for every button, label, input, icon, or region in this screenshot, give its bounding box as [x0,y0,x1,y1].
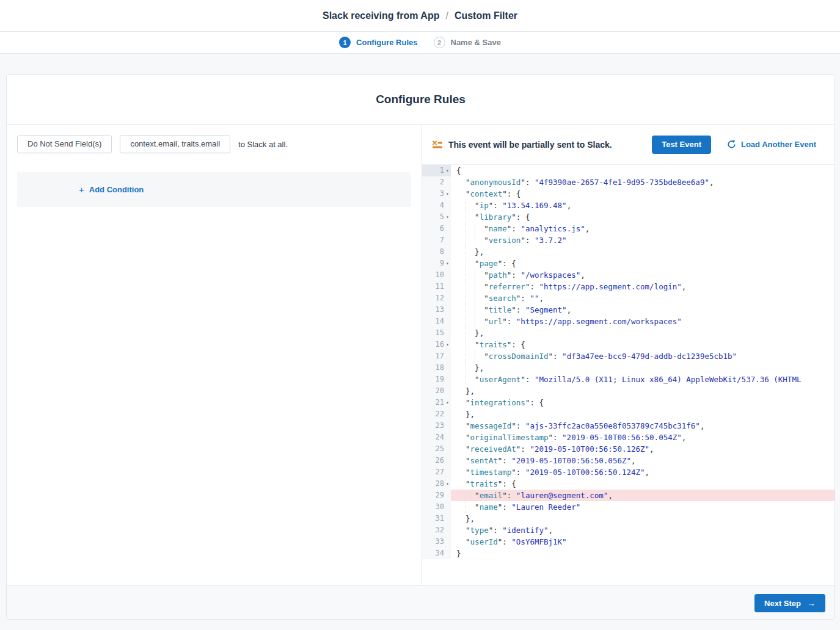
rule-fields-button[interactable]: context.email, traits.email [120,135,230,153]
code-line: "title": "Segment", [451,304,835,316]
code-line: "email": "lauren@segment.com", [451,490,835,501]
indent-guide [466,211,466,223]
indent-guide [466,374,466,385]
code-line: }, [451,362,835,374]
editor-line[interactable]: 33 "userId": "OsY6MFBj1K" [422,536,835,548]
editor-line[interactable]: 19 "userAgent": "Mozilla/5.0 (X11; Linux… [422,374,835,385]
editor-line[interactable]: 32 "type": "identify", [422,524,835,536]
title-bar: Slack receiving from App / Custom Filter [0,0,840,32]
next-step-button[interactable]: Next Step → [754,594,825,612]
indent-guide [475,304,475,316]
page-title: Configure Rules [376,93,466,106]
editor-line[interactable]: 1▾{ [422,165,835,176]
breadcrumb-separator: / [445,10,448,21]
indent-guide [466,490,466,501]
line-number-gutter: 3▾ [422,188,451,200]
step-2-label: Name & Save [451,38,501,47]
line-number: 7 [440,234,444,246]
add-condition-button[interactable]: + Add Condition [79,185,144,194]
indent-guide [466,327,466,339]
indent-guide [466,223,466,234]
code-line: "receivedAt": "2019-05-10T00:56:50.126Z"… [451,443,835,455]
fold-toggle-icon[interactable]: ▾ [444,397,451,408]
line-number-gutter: 31 [422,513,451,524]
editor-line[interactable]: 14 "url": "https://app.segment.com/works… [422,316,835,327]
indent-guide [475,269,475,281]
line-number-gutter: 28▾ [422,478,451,490]
step-1-label: Configure Rules [356,38,417,47]
editor-line[interactable]: 24 "originalTimestamp": "2019-05-10T00:5… [422,432,835,443]
load-another-event-button[interactable]: Load Another Event [727,140,816,149]
editor-line[interactable]: 8 }, [422,246,835,258]
line-number-gutter: 18 [422,362,451,374]
fold-toggle-icon[interactable]: ▾ [444,188,451,200]
code-line: "crossDomainId": "df3a47ee-bcc9-479d-add… [451,350,835,362]
editor-line[interactable]: 9▾ "page": { [422,258,835,269]
editor-line[interactable]: 13 "title": "Segment", [422,304,835,316]
editor-line[interactable]: 16▾ "traits": { [422,339,835,350]
editor-line[interactable]: 6 "name": "analytics.js", [422,223,835,234]
fold-toggle-icon[interactable]: ▾ [444,165,451,176]
editor-line[interactable]: 21▾ "integrations": { [422,397,835,408]
editor-line[interactable]: 4 "ip": "13.54.169.48", [422,200,835,211]
fold-toggle-icon[interactable]: ▾ [444,258,451,269]
editor-line[interactable]: 20 }, [422,385,835,397]
line-number: 28 [436,478,444,490]
breadcrumb-current: Custom Filter [455,10,517,21]
fold-toggle-icon[interactable]: ▾ [444,478,451,490]
editor-line[interactable]: 30 "name": "Lauren Reeder" [422,501,835,513]
editor-line[interactable]: 26 "sentAt": "2019-05-10T00:56:50.056Z", [422,455,835,466]
line-number-gutter: 8 [422,246,451,258]
indent-guide [475,223,475,234]
line-number: 27 [436,466,444,478]
line-number: 16 [436,339,444,350]
line-number: 18 [436,362,444,374]
line-number: 30 [436,501,444,513]
step-name-and-save[interactable]: 2 Name & Save [434,37,501,48]
code-line: "library": { [451,211,835,223]
editor-line[interactable]: 28▾ "traits": { [422,478,835,490]
indent-guide [466,339,466,350]
test-event-button[interactable]: Test Event [652,136,711,154]
code-line: "sentAt": "2019-05-10T00:56:50.056Z", [451,455,835,466]
editor-line[interactable]: 3▾ "context": { [422,188,835,200]
line-number: 4 [440,200,444,211]
editor-line[interactable]: 18 }, [422,362,835,374]
json-editor[interactable]: 1▾{2 "anonymousId": "4f9390ae-2657-4fe1-… [422,164,835,585]
code-line: "ip": "13.54.169.48", [451,200,835,211]
editor-line[interactable]: 22 }, [422,408,835,420]
editor-line[interactable]: 17 "crossDomainId": "df3a47ee-bcc9-479d-… [422,350,835,362]
indent-guide [466,200,466,211]
fold-toggle-icon[interactable]: ▾ [444,211,451,223]
indent-guide [466,246,466,258]
editor-line[interactable]: 7 "version": "3.7.2" [422,234,835,246]
line-number-gutter: 13 [422,304,451,316]
editor-line[interactable]: 15 }, [422,327,835,339]
editor-line[interactable]: 11 "referrer": "https://app.segment.com/… [422,281,835,292]
editor-line[interactable]: 10 "path": "/workspaces", [422,269,835,281]
code-line: "url": "https://app.segment.com/workspac… [451,316,835,327]
code-line: }, [451,246,835,258]
indent-guide [475,281,475,292]
editor-line[interactable]: 5▾ "library": { [422,211,835,223]
editor-line[interactable]: 25 "receivedAt": "2019-05-10T00:56:50.12… [422,443,835,455]
editor-line[interactable]: 34} [422,548,835,559]
card-body: Do Not Send Field(s) context.email, trai… [7,125,835,585]
add-condition-label: Add Condition [89,185,144,194]
rule-action-dropdown[interactable]: Do Not Send Field(s) [17,135,112,153]
fold-toggle-icon[interactable]: ▾ [444,339,451,350]
editor-line[interactable]: 23 "messageId": "ajs-33ffc2ac0a550e8f053… [422,420,835,432]
step-1-badge: 1 [339,37,351,48]
breadcrumb-source[interactable]: Slack receiving from App [323,10,439,21]
editor-line[interactable]: 2 "anonymousId": "4f9390ae-2657-4fe1-9d9… [422,176,835,188]
editor-line[interactable]: 12 "search": "", [422,292,835,304]
editor-line[interactable]: 31 }, [422,513,835,524]
editor-line[interactable]: 27 "timestamp": "2019-05-10T00:56:50.124… [422,466,835,478]
step-configure-rules[interactable]: 1 Configure Rules [339,37,417,48]
code-line: "referrer": "https://app.segment.com/log… [451,281,835,292]
indent-guide [466,292,466,304]
indent-guide [466,234,466,246]
line-number-gutter: 11 [422,281,451,292]
editor-line[interactable]: 29 "email": "lauren@segment.com", [422,490,835,501]
card-header: Configure Rules [7,75,835,125]
